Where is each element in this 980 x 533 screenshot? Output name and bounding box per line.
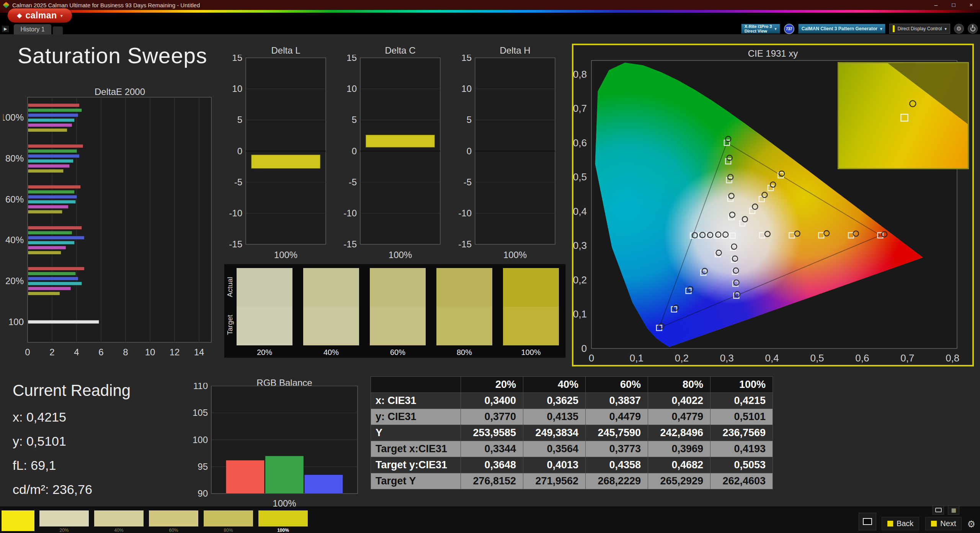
tab-history-1[interactable]: History 1	[14, 24, 51, 34]
svg-text:0,6: 0,6	[855, 352, 869, 363]
close-button[interactable]: ×	[962, 0, 980, 10]
meter-line2: Direct View	[745, 29, 772, 33]
meter-dropdown[interactable]: X-Rite i1Pro 3 Direct View ▾	[741, 24, 780, 34]
pattern-color	[258, 510, 308, 527]
calman-menu-button[interactable]: ◆ calman ▾	[8, 8, 72, 23]
cie-chart-panel[interactable]: CIE 1931 xy 000,10,10,20,20,30,30,40,40,…	[572, 44, 974, 366]
next-label: Next	[940, 519, 956, 528]
svg-text:10: 10	[346, 83, 357, 94]
svg-text:5: 5	[467, 114, 472, 125]
display-control-dropdown[interactable]: Direct Display Control ▾	[889, 24, 950, 34]
svg-text:0,3: 0,3	[573, 240, 587, 251]
pattern-level-label: 80%	[203, 527, 253, 533]
settings-gear-button[interactable]: ⚙	[954, 24, 964, 34]
table-cell: 0,5053	[710, 457, 773, 473]
svg-text:0,1: 0,1	[573, 308, 587, 320]
svg-text:-15: -15	[343, 239, 357, 249]
table-cell: 276,8152	[461, 473, 523, 489]
tab-bar: ▶ History 1 X-Rite i1Pro 3 Direct View ▾…	[0, 23, 980, 34]
swatch-label: 20%	[237, 345, 292, 357]
power-icon	[970, 26, 975, 31]
pattern-level-60%[interactable]: 60%	[149, 510, 199, 533]
table-col-header: 80%	[648, 377, 710, 393]
window-controls: – □ ×	[927, 0, 980, 10]
pattern-settings-button[interactable]: ⚙	[967, 519, 977, 530]
grid-button[interactable]: ▦	[948, 505, 959, 515]
monitor-icon	[935, 508, 942, 512]
chevron-down-icon: ▾	[60, 13, 63, 18]
reading-cdm2: cd/m²: 236,76	[13, 482, 131, 497]
svg-text:0: 0	[589, 352, 594, 363]
actual-swatch	[503, 268, 559, 307]
pattern-level-label: 60%	[149, 527, 199, 533]
maximize-button[interactable]: □	[945, 0, 962, 10]
power-button[interactable]	[968, 24, 978, 34]
table-cell: 0,4779	[648, 409, 710, 425]
pattern-bar: 20%40%60%80%100% ▦ Back	[0, 507, 980, 533]
results-table: 20%40%60%80%100%x: CIE310,34000,36250,38…	[371, 376, 773, 489]
pattern-generator-dropdown[interactable]: CalMAN Client 3 Pattern Generator ▾	[798, 24, 886, 34]
svg-text:-10: -10	[229, 208, 242, 218]
deltae2000-chart[interactable]: 02468101214100%80%60%40%20%100	[3, 95, 217, 365]
pattern-color	[39, 510, 89, 527]
table-cell: 0,4479	[586, 409, 648, 425]
svg-text:95: 95	[198, 461, 208, 472]
pattern-window-button[interactable]	[859, 513, 876, 530]
swatch-label: 80%	[436, 345, 492, 357]
svg-text:10: 10	[232, 83, 242, 94]
svg-text:0,5: 0,5	[573, 171, 587, 183]
meter-line1: X-Rite i1Pro 3	[745, 24, 772, 29]
chevron-down-icon: ▾	[880, 26, 882, 31]
actual-target-swatches[interactable]: Actual Target 20%40%60%80%100%	[224, 264, 566, 358]
table-cell: 249,3834	[523, 425, 586, 441]
monitor-button[interactable]	[933, 505, 944, 515]
pattern-level-100%[interactable]: 100%	[258, 510, 308, 533]
delta-c-chart[interactable]: -15-10-5051015100%	[338, 55, 441, 271]
svg-text:0,8: 0,8	[946, 352, 959, 363]
svg-text:6: 6	[98, 347, 103, 357]
svg-text:5: 5	[352, 114, 357, 125]
nav-buttons: Back Next	[882, 517, 962, 530]
pattern-level-80%[interactable]: 80%	[203, 510, 253, 533]
pattern-level-label: 20%	[39, 527, 89, 533]
pattern-level-40%[interactable]: 40%	[94, 510, 144, 533]
pattern-generator-label: CalMAN Client 3 Pattern Generator	[802, 26, 877, 31]
back-button[interactable]: Back	[882, 517, 919, 530]
table-col-header: 20%	[461, 377, 523, 393]
delta-l-chart-title: Delta L	[246, 45, 326, 56]
row-label: x: CIE31	[371, 393, 461, 409]
svg-text:-10: -10	[343, 208, 357, 218]
back-label: Back	[897, 519, 913, 528]
delta-l-chart[interactable]: -15-10-5051015100%	[224, 55, 327, 271]
table-col-header: 40%	[523, 377, 586, 393]
tab-label: History 1	[20, 26, 44, 33]
minimize-button[interactable]: –	[927, 0, 945, 10]
actual-swatch	[436, 268, 492, 307]
reading-x: x: 0,4215	[13, 410, 131, 425]
chevron-down-icon: ▾	[944, 26, 947, 31]
delta-h-chart[interactable]: -15-10-5051015100%	[453, 55, 556, 271]
svg-text:0,4: 0,4	[765, 352, 779, 363]
row-label: Y	[371, 425, 461, 441]
back-pattern-icon	[887, 521, 893, 526]
app-icon	[3, 2, 10, 8]
table-cell: 0,3770	[461, 409, 523, 425]
tab-stub[interactable]	[53, 26, 63, 34]
svg-text:0,1: 0,1	[630, 352, 644, 363]
window-title: Calman 2025 Calman Ultimate for Business…	[12, 2, 200, 8]
calman-window: Calman 2025 Calman Ultimate for Business…	[0, 0, 980, 533]
rgb-balance-chart[interactable]: 9095100105110100%	[190, 383, 360, 515]
table-cell: 245,7590	[586, 425, 648, 441]
next-button[interactable]: Next	[925, 517, 962, 530]
table-cell: 242,8496	[648, 425, 710, 441]
table-cell: 0,3837	[586, 393, 648, 409]
swatch-column-80%: 80%	[436, 268, 492, 358]
pattern-level-20%[interactable]: 20%	[39, 510, 89, 533]
svg-text:8: 8	[123, 347, 128, 357]
svg-text:12: 12	[170, 347, 180, 357]
pattern-color	[149, 510, 199, 527]
table-cell: 0,3625	[523, 393, 586, 409]
table-cell: 265,2929	[648, 473, 710, 489]
expand-arrow-icon[interactable]: ▶	[2, 26, 9, 32]
swatch-label: 60%	[370, 345, 426, 357]
